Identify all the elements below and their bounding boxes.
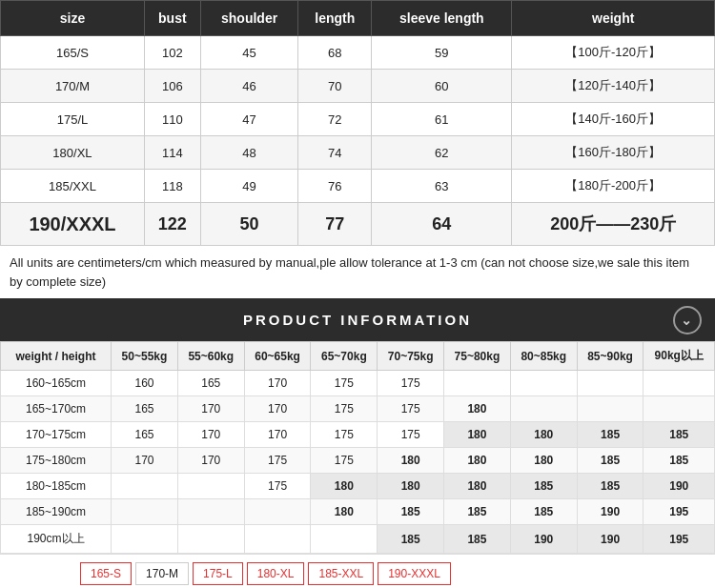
recommend-value-cell — [444, 371, 511, 396]
size-select-button[interactable]: 175-L — [193, 562, 243, 585]
recommend-table-header: 90kg以上 — [644, 342, 715, 371]
size-table-cell: 110 — [144, 103, 200, 136]
recommend-height-cell: 165~170cm — [1, 396, 112, 422]
recommend-value-cell: 175 — [311, 396, 378, 422]
recommend-value-cell: 185 — [577, 448, 644, 474]
size-table-cell: 47 — [200, 103, 298, 136]
size-table-cell: 102 — [144, 36, 200, 70]
recommend-value-cell: 195 — [644, 525, 715, 554]
recommend-height-cell: 180~185cm — [1, 474, 112, 499]
recommend-value-cell: 180 — [311, 499, 378, 525]
size-table-cell: 165/S — [1, 36, 145, 70]
size-table-cell: 49 — [200, 170, 298, 203]
recommend-value-cell: 180 — [378, 474, 444, 499]
recommend-value-cell — [177, 474, 244, 499]
size-select-button[interactable]: 165-S — [80, 562, 132, 585]
size-table-cell: 77 — [298, 203, 372, 246]
recommend-value-cell: 180 — [378, 448, 444, 474]
size-table-cell: 63 — [372, 170, 512, 203]
recommend-value-cell: 165 — [177, 371, 244, 396]
size-select-button[interactable]: 185-XXL — [308, 562, 374, 585]
recommend-value-cell: 175 — [311, 371, 378, 396]
size-table-cell: 61 — [372, 103, 512, 136]
recommend-value-cell: 175 — [311, 422, 378, 448]
recommend-table-row: 165~170cm165170170175175180 — [1, 396, 715, 422]
recommend-value-cell — [244, 499, 311, 525]
recommend-table-header: 60~65kg — [244, 342, 311, 371]
size-table-row: 170/M106467060【120斤-140斤】 — [1, 70, 715, 103]
recommend-value-cell — [311, 525, 378, 554]
recommend-value-cell: 170 — [177, 448, 244, 474]
recommend-value-cell: 175 — [244, 448, 311, 474]
size-table-cell: 【140斤-160斤】 — [512, 103, 715, 136]
recommend-value-cell: 185 — [644, 448, 715, 474]
size-table-cell: 175/L — [1, 103, 145, 136]
recommend-table-row: 185~190cm180185185185190195 — [1, 499, 715, 525]
size-chart-section: sizebustshoulderlengthsleeve lengthweigh… — [0, 0, 715, 298]
recommend-height-cell: 185~190cm — [1, 499, 112, 525]
recommend-value-cell: 170 — [244, 396, 311, 422]
size-table-cell: 76 — [298, 170, 372, 203]
recommend-value-cell: 160 — [112, 371, 178, 396]
size-table-row: 165/S102456859【100斤-120斤】 — [1, 36, 715, 70]
size-select-button[interactable]: 170-M — [135, 562, 189, 585]
size-table-cell: 59 — [372, 36, 512, 70]
recommend-value-cell: 180 — [311, 474, 378, 499]
recommend-value-cell: 170 — [244, 371, 311, 396]
size-table-cell: 118 — [144, 170, 200, 203]
recommend-value-cell: 185 — [378, 499, 444, 525]
recommend-value-cell: 175 — [378, 422, 444, 448]
size-table-cell: 【180斤-200斤】 — [512, 170, 715, 203]
size-table-cell: 122 — [144, 203, 200, 246]
size-table-cell: 【100斤-120斤】 — [512, 36, 715, 70]
recommend-table-row: 170~175cm165170170175175180180185185 — [1, 422, 715, 448]
recommend-table-row: 160~165cm160165170175175 — [1, 371, 715, 396]
recommend-height-cell: 160~165cm — [1, 371, 112, 396]
size-select-button[interactable]: 190-XXXL — [378, 562, 451, 585]
size-table-row: 190/XXXL122507764200斤——230斤 — [1, 203, 715, 246]
recommend-table-row: 190cm以上185185190190195 — [1, 525, 715, 554]
recommend-value-cell: 190 — [510, 525, 577, 554]
size-table-cell: 106 — [144, 70, 200, 103]
recommend-value-cell — [510, 371, 577, 396]
product-info-title: PRODUCT INFORMATION — [243, 312, 472, 328]
size-table-cell: 62 — [372, 136, 512, 170]
size-table-header: sleeve length — [372, 1, 512, 36]
recommend-value-cell: 175 — [378, 371, 444, 396]
recommend-value-cell: 185 — [444, 525, 511, 554]
recommend-value-cell: 185 — [577, 422, 644, 448]
recommend-table-header: 50~55kg — [112, 342, 178, 371]
chevron-down-icon[interactable]: ⌄ — [673, 306, 702, 335]
recommend-table-row: 175~180cm170170175175180180180185185 — [1, 448, 715, 474]
size-buttons-container: 165-S170-M175-L180-XL185-XXL190-XXXL — [80, 562, 455, 585]
recommend-value-cell: 180 — [444, 448, 511, 474]
recommend-value-cell: 185 — [510, 499, 577, 525]
recommend-table: weight / height50~55kg55~60kg60~65kg65~7… — [0, 341, 715, 554]
size-select-button[interactable]: 180-XL — [247, 562, 305, 585]
recommend-value-cell — [644, 371, 715, 396]
size-table-cell: 46 — [200, 70, 298, 103]
recommend-table-header: 65~70kg — [311, 342, 378, 371]
recommend-height-cell: 175~180cm — [1, 448, 112, 474]
recommend-value-cell: 185 — [577, 474, 644, 499]
note-section: All units are centimeters/cm which measu… — [0, 246, 715, 298]
recommend-value-cell: 180 — [444, 422, 511, 448]
recommend-value-cell: 190 — [644, 474, 715, 499]
size-table-cell: 70 — [298, 70, 372, 103]
size-table-cell: 180/XL — [1, 136, 145, 170]
recommend-table-row: 180~185cm175180180180185185190 — [1, 474, 715, 499]
size-table-header: bust — [144, 1, 200, 36]
recommend-value-cell — [510, 396, 577, 422]
recommend-value-cell: 170 — [177, 396, 244, 422]
size-table-cell: 190/XXXL — [1, 203, 145, 246]
size-table-header: weight — [512, 1, 715, 36]
size-table-cell: 48 — [200, 136, 298, 170]
size-table-cell: 72 — [298, 103, 372, 136]
size-table-cell: 74 — [298, 136, 372, 170]
size-table-header: size — [1, 1, 145, 36]
size-table: sizebustshoulderlengthsleeve lengthweigh… — [0, 0, 715, 246]
recommend-value-cell: 190 — [577, 525, 644, 554]
recommend-value-cell: 185 — [510, 474, 577, 499]
recommend-value-cell — [644, 396, 715, 422]
recommend-value-cell: 185 — [644, 422, 715, 448]
